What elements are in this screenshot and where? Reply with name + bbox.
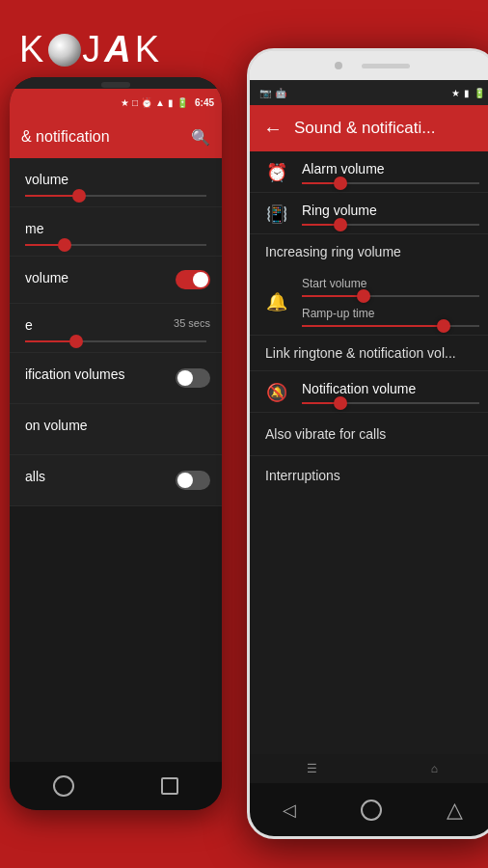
right-nav-back[interactable]: ◁ xyxy=(283,800,296,821)
right-notif-volume: 🔕 Notification volume xyxy=(250,371,488,413)
vibrate-calls-label: alls xyxy=(25,469,168,484)
link-ringtone-section: Link ringtone & notification vol... xyxy=(250,336,488,371)
rampup-fill-r xyxy=(302,325,444,327)
alarm-icon: ⏰ xyxy=(141,97,152,108)
link-notif-label: ification volumes xyxy=(25,366,168,382)
start-volume-setting: 🔔 Start volume Ramp-up time xyxy=(250,267,488,336)
rampup-label-r: Ramp-up time xyxy=(302,307,479,320)
increasing-ring-header: Increasing ring volume xyxy=(250,234,488,267)
left-alarm-volume: volume xyxy=(10,158,222,207)
link-toggle[interactable] xyxy=(176,368,210,388)
left-incr-ring: volume xyxy=(10,257,222,304)
vibrate-icon: 📳 xyxy=(265,203,288,225)
start-vol-slider[interactable] xyxy=(302,295,479,297)
left-status-bar: ★ □ ⏰ ▲ ▮ 🔋 6:45 xyxy=(10,89,222,116)
ring-vol-slider[interactable] xyxy=(25,244,206,246)
interruptions-label: Interruptions xyxy=(265,468,479,483)
left-rampup: e 35 secs xyxy=(10,304,222,353)
rampup-thumb[interactable] xyxy=(69,335,83,348)
logo-text: KJaK xyxy=(19,29,163,70)
left-nav-bar xyxy=(10,762,222,810)
left-speaker xyxy=(101,82,130,88)
rampup-fill xyxy=(25,340,76,342)
left-title-text: & notification xyxy=(21,128,110,146)
sms-icon: □ xyxy=(132,97,138,108)
right-title-text: Sound & notificati... xyxy=(294,119,435,138)
bluetooth-icon: ★ xyxy=(121,97,129,108)
search-icon[interactable]: 🔍 xyxy=(191,128,210,147)
image-icon: 📷 xyxy=(259,88,271,98)
right-bluetooth-icon: ★ xyxy=(451,88,460,98)
left-title-bar: & notification 🔍 xyxy=(10,116,222,158)
logo-area: KJaK xyxy=(19,29,163,70)
home-icon-soft[interactable]: ⌂ xyxy=(431,762,438,775)
right-signal-icon: ▮ xyxy=(464,88,470,98)
left-phone-top xyxy=(10,77,222,89)
bell-icon: 🔔 xyxy=(265,291,288,312)
battery-icon: 🔋 xyxy=(176,97,188,108)
vibrate-toggle[interactable] xyxy=(176,471,210,490)
menu-icon[interactable]: ☰ xyxy=(307,762,317,775)
ring-thumb[interactable] xyxy=(58,238,71,252)
right-nav-circle[interactable] xyxy=(361,800,382,821)
notif-vol-label: on volume xyxy=(25,418,206,433)
alarm-vol-label: volume xyxy=(25,172,206,187)
notif-thumb-r[interactable] xyxy=(334,396,347,410)
notif-slider-r[interactable] xyxy=(302,402,479,404)
phone-left: ★ □ ⏰ ▲ ▮ 🔋 6:45 & notification 🔍 volume… xyxy=(10,77,222,810)
right-nav-home[interactable]: △ xyxy=(447,798,463,823)
time-display: 6:45 xyxy=(195,97,214,108)
left-status-icons: ★ □ ⏰ ▲ ▮ 🔋 6:45 xyxy=(121,97,214,108)
vibrate-calls-section: Also vibrate for calls xyxy=(250,413,488,455)
left-notif-vol: on volume xyxy=(10,404,222,455)
alarm-vol-slider[interactable] xyxy=(25,195,206,197)
logo-o-icon xyxy=(48,34,81,67)
start-vol-fill xyxy=(302,295,364,297)
right-alarm-volume: ⏰ Alarm volume xyxy=(250,151,488,193)
ring-vol-label-r: Ring volume xyxy=(302,203,479,218)
ring-slider-r[interactable] xyxy=(302,224,479,226)
toggle-dot-2 xyxy=(177,370,193,386)
incr-ring-toggle[interactable] xyxy=(176,270,210,289)
vibrate-calls-label-r: Also vibrate for calls xyxy=(265,426,479,442)
rampup-thumb-r[interactable] xyxy=(437,319,450,333)
alarm-vol-label-r: Alarm volume xyxy=(302,161,479,176)
start-vol-content: Start volume Ramp-up time xyxy=(302,277,479,327)
link-ringtone-text: Link ringtone & notification vol... xyxy=(265,345,479,361)
alarm-vol-content: Alarm volume xyxy=(302,161,479,184)
left-vibrate-calls: alls xyxy=(10,455,222,506)
alarm-icon-right: ⏰ xyxy=(265,162,288,183)
left-nav-square[interactable] xyxy=(161,777,178,795)
left-link-notif: ification volumes xyxy=(10,353,222,404)
start-vol-thumb[interactable] xyxy=(357,289,370,303)
right-battery-icon: 🔋 xyxy=(474,88,485,98)
right-softkey-bar: ☰ ⌂ xyxy=(250,754,488,783)
incr-ring-label-r: Increasing ring volume xyxy=(265,244,479,259)
incr-ring-label: volume xyxy=(25,270,168,285)
rampup-value: 35 secs xyxy=(174,317,210,329)
start-vol-label: Start volume xyxy=(302,277,479,290)
ring-vol-label: me xyxy=(25,221,206,236)
right-ring-volume: 📳 Ring volume xyxy=(250,193,488,234)
ring-thumb-r[interactable] xyxy=(334,218,347,231)
alarm-thumb-r[interactable] xyxy=(334,176,347,190)
rampup-slider-r[interactable] xyxy=(302,325,479,327)
signal-icon: ▮ xyxy=(168,97,174,108)
interruptions-section: Interruptions xyxy=(250,455,488,495)
back-button[interactable]: ← xyxy=(263,118,283,140)
right-nav-bar: ◁ △ xyxy=(250,783,488,836)
left-nav-circle[interactable] xyxy=(53,775,74,797)
toggle-dot xyxy=(193,272,208,287)
right-status-bar: 📷 🤖 ★ ▮ 🔋 xyxy=(250,80,488,105)
camera-icon xyxy=(335,62,342,69)
right-screen-content: ⏰ Alarm volume 📳 Ring volume In xyxy=(250,151,488,783)
left-ring-volume: me xyxy=(10,207,222,257)
toggle-dot-3 xyxy=(177,473,193,488)
alarm-fill xyxy=(25,195,79,197)
alarm-slider-r[interactable] xyxy=(302,182,479,184)
notif-vol-content-r: Notification volume xyxy=(302,381,479,404)
notif-bell-icon: 🔕 xyxy=(265,382,288,403)
rampup-slider[interactable] xyxy=(25,340,206,342)
ring-vol-content: Ring volume xyxy=(302,203,479,226)
alarm-thumb[interactable] xyxy=(72,189,86,203)
